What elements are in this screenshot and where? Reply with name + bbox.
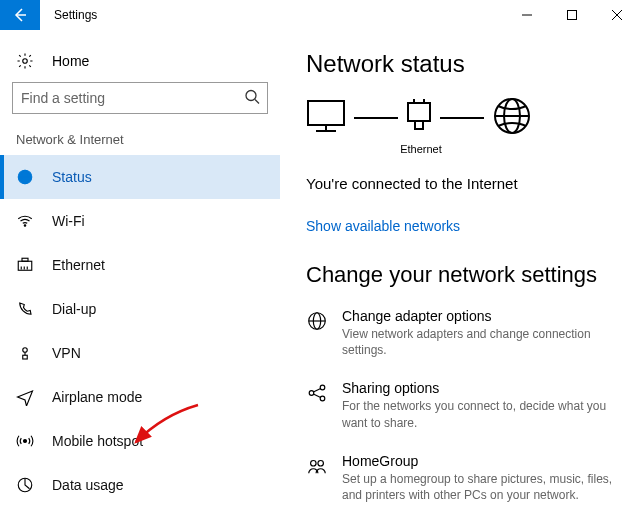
show-networks-link[interactable]: Show available networks (306, 218, 619, 234)
setting-desc: View network adapters and change connect… (342, 326, 619, 358)
setting-adapter-options[interactable]: Change adapter options View network adap… (306, 308, 619, 358)
sidebar-item-label: Status (52, 169, 92, 185)
svg-point-39 (311, 460, 317, 466)
sidebar-item-label: Airplane mode (52, 389, 142, 405)
svg-rect-24 (408, 103, 430, 121)
ethernet-icon (16, 256, 34, 274)
main-content: Network status Ethernet You're connected… (280, 30, 639, 513)
setting-sharing-options[interactable]: Sharing options For the networks you con… (306, 380, 619, 430)
svg-point-35 (320, 386, 325, 391)
phone-icon (16, 300, 34, 318)
sidebar-item-vpn[interactable]: VPN (0, 331, 280, 375)
homegroup-icon (306, 455, 328, 477)
sidebar-item-wifi[interactable]: Wi-Fi (0, 199, 280, 243)
svg-point-40 (318, 460, 324, 466)
globe-icon (16, 168, 34, 186)
setting-homegroup[interactable]: HomeGroup Set up a homegroup to share pi… (306, 453, 619, 503)
sidebar-item-ethernet[interactable]: Ethernet (0, 243, 280, 287)
svg-point-19 (24, 440, 27, 443)
svg-rect-13 (22, 258, 28, 261)
sidebar-item-airplane[interactable]: Airplane mode (0, 375, 280, 419)
globe-icon (492, 96, 532, 139)
sidebar-item-label: Data usage (52, 477, 124, 493)
sidebar-item-hotspot[interactable]: Mobile hotspot (0, 419, 280, 463)
close-button[interactable] (594, 0, 639, 30)
setting-title: HomeGroup (342, 453, 619, 469)
data-usage-icon (16, 476, 34, 494)
svg-rect-12 (18, 261, 32, 270)
adapter-icon (306, 310, 328, 332)
svg-line-37 (313, 389, 320, 393)
window-title: Settings (54, 8, 97, 22)
svg-rect-18 (23, 355, 28, 359)
home-label: Home (52, 53, 89, 69)
svg-point-11 (24, 225, 26, 227)
titlebar: Settings (0, 0, 639, 30)
router-icon (406, 99, 432, 136)
sidebar-item-status[interactable]: Status (0, 155, 280, 199)
svg-point-6 (246, 91, 256, 101)
computer-icon (306, 99, 346, 136)
sidebar-item-data-usage[interactable]: Data usage (0, 463, 280, 507)
sidebar-item-label: Wi-Fi (52, 213, 85, 229)
svg-rect-25 (415, 121, 423, 129)
setting-desc: Set up a homegroup to share pictures, mu… (342, 471, 619, 503)
maximize-button[interactable] (549, 0, 594, 30)
sharing-icon (306, 382, 328, 404)
gear-icon (16, 52, 34, 70)
svg-point-34 (309, 391, 314, 396)
minimize-button[interactable] (504, 0, 549, 30)
svg-point-17 (23, 348, 28, 353)
sidebar-item-label: Ethernet (52, 257, 105, 273)
sidebar-item-dialup[interactable]: Dial-up (0, 287, 280, 331)
setting-desc: For the networks you connect to, decide … (342, 398, 619, 430)
sidebar: Home Network & Internet Status Wi-Fi Eth… (0, 30, 280, 513)
setting-title: Sharing options (342, 380, 619, 396)
wifi-icon (16, 212, 34, 230)
svg-rect-2 (567, 11, 576, 20)
hotspot-icon (16, 432, 34, 450)
change-settings-heading: Change your network settings (306, 262, 619, 288)
status-text: You're connected to the Internet (306, 175, 619, 192)
sidebar-item-label: VPN (52, 345, 81, 361)
diagram-label: Ethernet (308, 143, 534, 155)
search-icon (244, 89, 260, 108)
sidebar-item-label: Dial-up (52, 301, 96, 317)
airplane-icon (16, 388, 34, 406)
setting-title: Change adapter options (342, 308, 619, 324)
svg-rect-21 (308, 101, 344, 125)
vpn-icon (16, 344, 34, 362)
network-diagram (306, 96, 619, 139)
svg-line-38 (313, 394, 320, 398)
category-title: Network & Internet (0, 132, 280, 155)
svg-point-36 (320, 397, 325, 402)
svg-line-7 (255, 100, 259, 104)
svg-point-5 (23, 59, 28, 64)
page-title: Network status (306, 50, 619, 78)
home-button[interactable]: Home (0, 46, 280, 82)
back-button[interactable] (0, 0, 40, 30)
search-input[interactable] (12, 82, 268, 114)
sidebar-item-label: Mobile hotspot (52, 433, 143, 449)
